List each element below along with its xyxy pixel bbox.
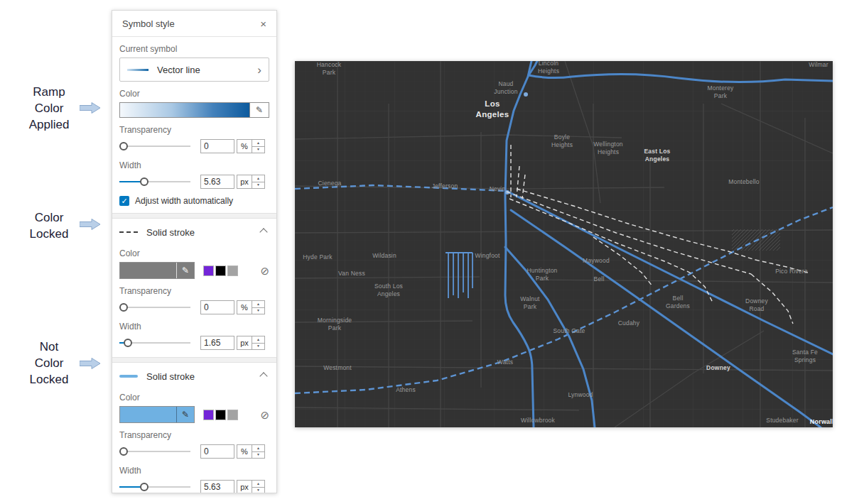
stroke1-transparency-label: Transparency — [119, 286, 269, 296]
percent-unit: % — [237, 301, 252, 314]
recent-color-black[interactable] — [215, 265, 226, 276]
recent-colors — [203, 265, 238, 276]
stepper-up-icon[interactable]: ▲ — [252, 175, 264, 182]
edit-pencil-icon[interactable]: ✎ — [176, 407, 194, 422]
stroke1-color-label: Color — [119, 248, 269, 258]
map-canvas — [295, 61, 833, 427]
stroke1-transparency-slider[interactable] — [119, 302, 190, 312]
stroke2-transparency-input[interactable] — [200, 444, 234, 459]
percent-unit: % — [237, 140, 252, 153]
stepper-down-icon[interactable]: ▼ — [252, 344, 264, 350]
section-divider — [112, 213, 276, 219]
stroke1-color-swatch[interactable]: ✎ — [119, 262, 195, 279]
chevron-up-icon[interactable] — [259, 228, 267, 236]
recent-colors — [203, 410, 238, 420]
stroke1-width-input[interactable] — [200, 336, 234, 350]
stroke1-section-header[interactable]: Solid stroke — [119, 223, 269, 241]
stroke2-transparency-stepper: ▲ ▼ — [252, 445, 264, 458]
stepper-down-icon[interactable]: ▼ — [252, 488, 264, 494]
stroke1-width-slider[interactable] — [119, 338, 190, 348]
ramp-transparency-slider[interactable] — [119, 141, 190, 151]
ramp-width-stepper: ▲ ▼ — [252, 175, 264, 188]
dashed-line-preview-icon — [119, 231, 138, 233]
stroke2-width-stepper: ▲ ▼ — [252, 481, 264, 493]
chevron-up-icon[interactable] — [259, 372, 267, 380]
stroke2-section-header[interactable]: Solid stroke — [119, 367, 269, 385]
adjust-width-label: Adjust width automatically — [135, 196, 233, 206]
stepper-up-icon[interactable]: ▲ — [252, 140, 264, 147]
stroke2-width-slider[interactable] — [119, 482, 190, 492]
close-icon[interactable]: × — [260, 18, 266, 30]
current-symbol-button[interactable]: Vector line › — [119, 57, 269, 82]
edit-pencil-icon[interactable]: ✎ — [249, 103, 269, 117]
ramp-color-label: Color — [119, 89, 269, 99]
ramp-width-input[interactable] — [200, 175, 234, 189]
recent-color-purple[interactable] — [203, 265, 214, 276]
adjust-width-row: ✓ Adjust width automatically — [119, 196, 269, 206]
ramp-width-label: Width — [119, 160, 269, 170]
px-unit: px — [237, 336, 252, 349]
stroke1-transparency-stepper: ▲ ▼ — [252, 301, 264, 314]
section-divider — [112, 357, 276, 363]
recent-color-gray[interactable] — [227, 265, 238, 276]
ramp-transparency-input[interactable] — [200, 139, 234, 153]
ramp-transparency-label: Transparency — [119, 125, 269, 135]
no-color-icon[interactable]: ⊘ — [260, 265, 269, 276]
arrow-right-icon — [80, 102, 101, 114]
symbol-style-panel: Symbol style × Current symbol Vector lin… — [112, 10, 277, 493]
stroke2-transparency-label: Transparency — [119, 430, 269, 440]
current-symbol-name: Vector line — [157, 65, 257, 75]
px-unit: px — [237, 175, 252, 188]
recent-color-purple[interactable] — [203, 410, 214, 420]
screenshot-canvas: Ramp Color Applied Color Locked Not Colo… — [0, 0, 864, 504]
solid-line-preview-icon — [119, 375, 138, 378]
stroke2-width-label: Width — [119, 466, 269, 476]
stroke1-transparency-input[interactable] — [200, 300, 234, 314]
color-ramp-control[interactable]: ✎ — [119, 102, 269, 118]
map-view[interactable]: Hancock ParkLincoln HeightsWilmarNaud Ju… — [295, 61, 833, 427]
stroke2-color-swatch[interactable]: ✎ — [119, 406, 195, 423]
stepper-up-icon[interactable]: ▲ — [252, 445, 264, 452]
annotation-not-color-locked: Not Color Locked — [10, 339, 88, 388]
stroke2-color-label: Color — [119, 393, 269, 402]
stroke1-title: Solid stroke — [146, 227, 261, 238]
px-unit: px — [237, 481, 252, 493]
annotation-ramp-color-applied: Ramp Color Applied — [10, 84, 88, 133]
stroke1-width-label: Width — [119, 322, 269, 332]
ramp-transparency-stepper: ▲ ▼ — [252, 140, 264, 153]
stepper-down-icon[interactable]: ▼ — [252, 182, 264, 189]
stroke2-width-input[interactable] — [200, 480, 234, 493]
stepper-down-icon[interactable]: ▼ — [252, 308, 264, 314]
stepper-up-icon[interactable]: ▲ — [252, 301, 264, 308]
arrow-right-icon — [80, 219, 101, 230]
vector-line-preview-icon — [127, 69, 148, 71]
panel-header: Symbol style × — [112, 11, 276, 37]
panel-title: Symbol style — [122, 18, 260, 29]
current-symbol-label: Current symbol — [119, 44, 269, 54]
ramp-width-slider[interactable] — [119, 177, 190, 187]
adjust-width-checkbox[interactable]: ✓ — [119, 196, 129, 206]
stroke2-transparency-slider[interactable] — [119, 447, 190, 456]
chevron-right-icon: › — [257, 64, 261, 76]
stroke1-width-stepper: ▲ ▼ — [252, 336, 264, 349]
percent-unit: % — [237, 445, 252, 458]
stepper-up-icon[interactable]: ▲ — [252, 336, 264, 344]
stroke2-title: Solid stroke — [146, 371, 261, 382]
no-color-icon[interactable]: ⊘ — [260, 410, 269, 420]
stepper-down-icon[interactable]: ▼ — [252, 147, 264, 153]
stepper-up-icon[interactable]: ▲ — [252, 481, 264, 488]
arrow-right-icon — [80, 358, 101, 369]
stepper-down-icon[interactable]: ▼ — [252, 452, 264, 459]
recent-color-gray[interactable] — [227, 410, 238, 420]
edit-pencil-icon[interactable]: ✎ — [176, 263, 194, 278]
recent-color-black[interactable] — [215, 410, 226, 420]
color-ramp-gradient[interactable] — [120, 103, 249, 117]
annotation-color-locked: Color Locked — [10, 210, 88, 243]
